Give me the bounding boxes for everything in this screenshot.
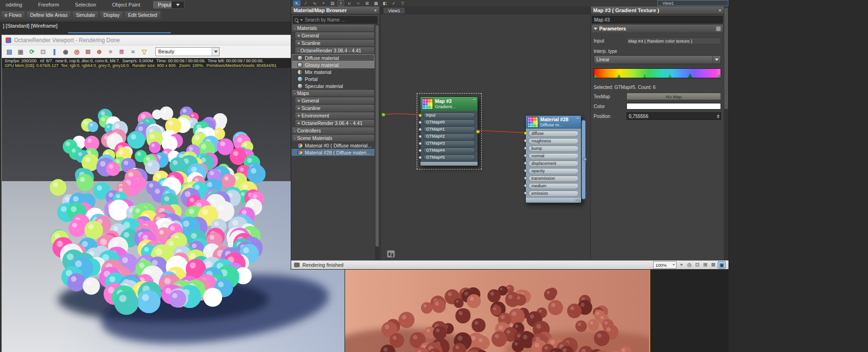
material-preview-icon[interactable]: ▦	[372, 0, 380, 6]
browser-section-scene-materials[interactable]: - Scene Materials	[292, 135, 374, 141]
slot-input[interactable]: Input	[420, 112, 478, 119]
slot-bump[interactable]: bump	[526, 145, 581, 152]
floating-view-tab[interactable]: View1	[657, 0, 728, 6]
ribbon-button-simulate[interactable]: Simulate	[72, 11, 99, 19]
ribbon-button-e-flows[interactable]: e Flows	[1, 11, 25, 19]
zoom-tool-icon[interactable]: ◎	[686, 261, 693, 268]
slot-socket[interactable]	[524, 132, 527, 135]
node-map3-header[interactable]: Map #3 Gradient... −	[420, 97, 478, 111]
restart-render-icon[interactable]: ⟳	[27, 47, 37, 56]
slot-emission[interactable]: emission	[526, 190, 581, 197]
browser-titlebar[interactable]: Material/Map Browser ×	[291, 7, 379, 15]
save-image-icon[interactable]: ▤	[5, 47, 14, 56]
gradient-flag-3[interactable]	[668, 74, 672, 78]
gradient-flag-5[interactable]	[717, 74, 721, 78]
browser-section-octanerender-3-06-4-4-41[interactable]: + OctaneRender 3.06.4 - 4.41	[295, 120, 374, 126]
connect-tool-icon[interactable]: ∿	[311, 0, 318, 6]
ribbon-tab-object-paint[interactable]: Object Paint	[109, 1, 143, 8]
color-swatch[interactable]	[626, 103, 721, 110]
slot-socket[interactable]	[419, 128, 422, 131]
node-map3[interactable]: Map #3 Gradient... − InputGTMap#0GTMap#1…	[420, 96, 478, 166]
params-scrollbar[interactable]	[724, 7, 728, 260]
browser-section-general[interactable]: + General	[295, 97, 374, 104]
slot-socket[interactable]	[524, 184, 527, 187]
slot-socket[interactable]	[524, 169, 527, 172]
render-priority-icon[interactable]: ▽	[140, 47, 149, 56]
slot-socket[interactable]	[419, 142, 422, 145]
ribbon-button-display[interactable]: Display	[100, 11, 123, 19]
slot-normal[interactable]: normal	[526, 152, 581, 160]
slot-gtmap-0[interactable]: GTMap#0	[420, 119, 478, 126]
pencil-tool-icon[interactable]: ∕	[302, 0, 309, 6]
browser-scrollbar[interactable]	[375, 24, 379, 260]
slot-gtmap-2[interactable]: GTMap#2	[420, 133, 478, 140]
render-settings-icon[interactable]: ≈	[128, 47, 138, 56]
browser-item-specular-material[interactable]: Specular material	[292, 82, 375, 89]
angle-snap-icon[interactable]: ∩	[354, 0, 362, 6]
validate-icon[interactable]: ✓	[390, 0, 397, 6]
tab-view1[interactable]: View1	[383, 7, 405, 14]
browser-section-scanline[interactable]: + Scanline	[295, 40, 374, 46]
pan-hand-icon[interactable]: +	[678, 261, 685, 268]
zoom-level-dropdown[interactable]: 100%	[653, 261, 677, 269]
slot-socket[interactable]	[524, 154, 527, 157]
flask-icon[interactable]: ▽	[399, 0, 406, 6]
browser-item-glossy-material[interactable]: Glossy material	[292, 61, 375, 68]
copy-image-icon[interactable]: ▣	[16, 47, 25, 56]
browser-section-controllers[interactable]: - Controllers	[292, 127, 374, 134]
params-titlebar[interactable]: Map #3 ( Gradient Texture ) ×	[591, 7, 724, 15]
navigator-icon[interactable]	[387, 250, 395, 257]
search-input[interactable]: Search by Name ...	[305, 17, 345, 22]
browser-item-material-0-diffuse-material[interactable]: Material #0 ( Diffuse material...	[292, 142, 375, 149]
pick-focus-icon[interactable]: ⊕	[95, 47, 104, 56]
slot-gtmap-4[interactable]: GTMap#4	[420, 147, 478, 154]
browser-item-diffuse-material[interactable]: Diffuse material	[292, 54, 375, 61]
gradient-ramp[interactable]	[594, 68, 721, 81]
browser-section-octanerender-3-06-4-4-41[interactable]: - OctaneRender 3.06.4 - 4.41	[295, 47, 374, 54]
output-socket[interactable]	[476, 130, 480, 133]
gradient-flag-1[interactable]	[617, 74, 621, 78]
pin-icon[interactable]	[716, 26, 721, 31]
slot-socket[interactable]	[419, 114, 422, 117]
zero-badge[interactable]: 0	[338, 0, 344, 6]
select-tool-icon[interactable]: ↖	[293, 0, 301, 6]
ribbon-button-edit-selected[interactable]: Edit Selected	[124, 11, 161, 19]
render-passes-icon[interactable]: ≣	[117, 47, 126, 56]
slot-socket[interactable]	[419, 149, 422, 152]
input-map-button[interactable]: Map #4 ( Random color texture )	[626, 37, 721, 44]
layout-icon[interactable]: ▤	[329, 0, 336, 6]
shade-icon[interactable]: ◧	[381, 0, 389, 6]
texmap-button[interactable]: No Map	[626, 93, 721, 100]
gradient-flag-2[interactable]	[643, 74, 647, 78]
parameters-rollout[interactable]: Parameters	[592, 25, 723, 32]
collapse-icon[interactable]: −	[576, 116, 579, 121]
slot-socket[interactable]	[419, 156, 422, 159]
slot-gtmap-5[interactable]: GTMap#5	[420, 154, 478, 161]
browser-item-mix-material[interactable]: Mix material	[292, 68, 375, 75]
slot-gtmap-3[interactable]: GTMap#3	[420, 140, 478, 147]
slot-socket[interactable]	[524, 161, 527, 165]
slot-transmission[interactable]: transmission	[526, 175, 581, 182]
ribbon-tab-odeling[interactable]: odeling	[3, 1, 25, 8]
browser-section-general[interactable]: + General	[295, 32, 374, 39]
magnet-snap-icon[interactable]: ∪	[346, 0, 353, 6]
slot-socket[interactable]	[524, 191, 527, 195]
lock-resolution-icon[interactable]: ⊡	[38, 47, 48, 56]
browser-section-environment[interactable]: + Environment	[295, 112, 374, 119]
camera-icon[interactable]: ◉	[61, 47, 70, 56]
browser-item-portal[interactable]: Portal	[292, 75, 375, 82]
grid-view-icon[interactable]: ⊞	[363, 0, 371, 6]
node-canvas[interactable]: Map #3 Gradient... − InputGTMap#0GTMap#1…	[381, 14, 590, 260]
input-socket-offscreen[interactable]	[382, 113, 385, 117]
slot-displacement[interactable]: displacement	[526, 160, 581, 167]
pan-tool-icon[interactable]: +	[320, 0, 327, 6]
spinner-arrows-icon[interactable]	[717, 114, 721, 118]
ribbon-tab-freeform[interactable]: Freeform	[35, 1, 62, 8]
output-socket[interactable]	[583, 157, 587, 161]
interp-type-dropdown[interactable]: Linear	[594, 55, 721, 64]
slot-gtmap-1[interactable]: GTMap#1	[420, 126, 478, 133]
node-mat28-header[interactable]: Material #28 Diffuse m... −	[526, 116, 581, 129]
slot-socket[interactable]	[419, 135, 422, 138]
collapse-icon[interactable]: −	[473, 97, 476, 102]
browser-section-maps[interactable]: - Maps	[292, 90, 374, 96]
